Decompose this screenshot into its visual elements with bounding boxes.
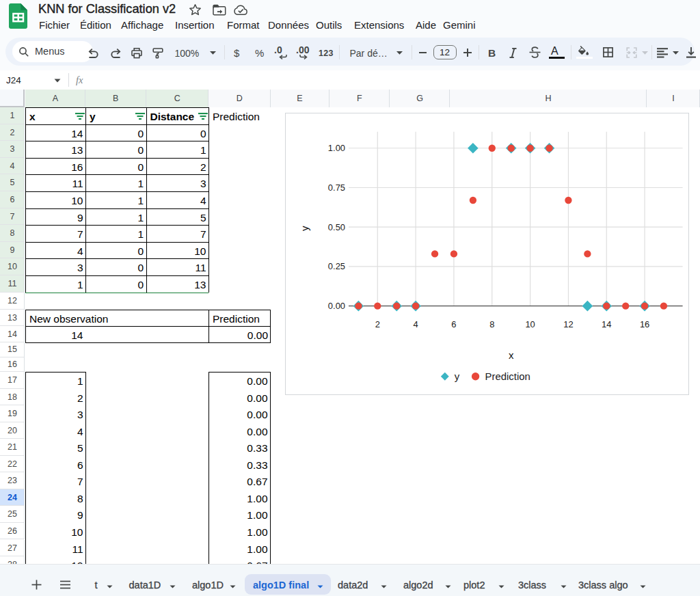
svg-text:y: y: [299, 226, 310, 231]
svg-text:10: 10: [525, 319, 535, 329]
svg-text:0.25: 0.25: [328, 261, 345, 271]
svg-text:y: y: [455, 370, 460, 382]
svg-text:8: 8: [489, 319, 494, 329]
svg-text:0.50: 0.50: [328, 222, 345, 232]
svg-text:14: 14: [602, 319, 611, 329]
svg-text:12: 12: [563, 319, 573, 329]
svg-text:1.00: 1.00: [328, 143, 345, 153]
svg-text:0.75: 0.75: [328, 182, 345, 193]
svg-text:2: 2: [375, 319, 380, 329]
svg-text:0.00: 0.00: [328, 301, 345, 311]
svg-text:x: x: [509, 349, 514, 361]
svg-text:Prediction: Prediction: [485, 370, 530, 382]
svg-text:6: 6: [451, 319, 456, 329]
svg-text:16: 16: [640, 319, 649, 329]
svg-text:4: 4: [414, 319, 418, 329]
